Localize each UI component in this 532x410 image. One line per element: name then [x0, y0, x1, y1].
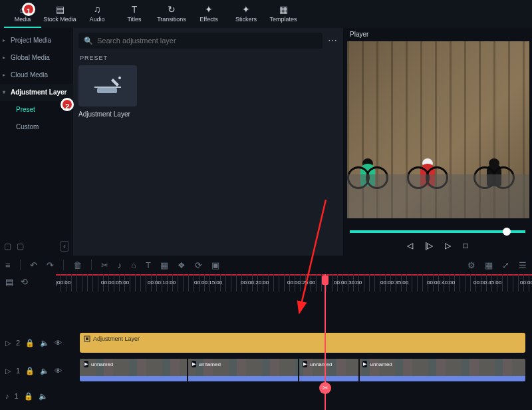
mark-icon[interactable]: ▣ — [211, 260, 219, 270]
svg-rect-4 — [86, 337, 88, 340]
track-lock-icon[interactable]: 🔒 — [25, 339, 35, 347]
clip-label: unnamed — [84, 361, 113, 367]
track-adjustment: ▷ 2 🔒 🔈 👁 Adjustment Layer — [0, 329, 532, 357]
stickers-icon: ✦ — [242, 4, 250, 15]
adjustment-layer-clip[interactable]: Adjustment Layer — [80, 333, 525, 353]
player-stop-icon[interactable]: □ — [463, 241, 467, 250]
top-tab-bar: ⌂ Media ▤ Stock Media ♫ Audio T Titles ↻… — [0, 0, 532, 28]
marker-icon[interactable]: ⌂ — [131, 260, 136, 270]
text-tool-icon[interactable]: T — [146, 260, 151, 270]
player-panel: Player ◁ |▷ ▷ □ — [343, 28, 532, 256]
ruler-label: 00:00:20:00 — [241, 280, 269, 286]
track-lock-icon[interactable]: 🔒 — [25, 367, 35, 375]
track-mute-icon[interactable]: 🔈 — [40, 367, 49, 375]
tab-effects[interactable]: ✦ Effects — [190, 0, 227, 28]
player-prev-icon[interactable]: ◁ — [407, 241, 413, 250]
ruler-label: 00:00:10:00 — [148, 280, 176, 286]
tab-stock-media[interactable]: ▤ Stock Media — [41, 0, 78, 28]
tab-titles[interactable]: T Titles — [116, 0, 153, 28]
templates-icon: ▦ — [279, 4, 288, 15]
track-index: 1 — [16, 367, 20, 375]
clip-label: unnamed — [192, 361, 221, 367]
svg-point-2 — [118, 77, 121, 79]
track-play-icon[interactable]: ▷ — [5, 339, 11, 347]
tab-templates[interactable]: ▦ Templates — [265, 0, 302, 28]
asset-browser: 🔍 ⋯ PRESET Adjustment Layer — [73, 28, 343, 256]
preset-adjustment-layer[interactable]: Adjustment Layer — [78, 65, 137, 118]
track-audio: ♪ 1 🔒 🔈 — [0, 385, 532, 407]
collapse-sidebar-icon[interactable]: ‹ — [60, 241, 69, 252]
track-icon[interactable]: ≡ — [5, 260, 11, 270]
timeline-ruler[interactable]: ▤ ⟲ |00:00 00:00:05:00 00:00:10:00 00:00… — [0, 274, 532, 292]
ruler-label: 00:00:05:00 — [101, 280, 129, 286]
tab-label: Transitions — [157, 16, 186, 23]
browser-more-icon[interactable]: ⋯ — [328, 35, 338, 46]
track-index: 1 — [15, 392, 19, 400]
annotation-badge-2: 2 — [61, 98, 74, 111]
speed-icon[interactable]: ⟳ — [195, 260, 202, 270]
delete-icon[interactable]: 🗑 — [73, 260, 82, 270]
sidebar-item-global-media[interactable]: Global Media — [0, 49, 73, 67]
search-box[interactable]: 🔍 — [78, 33, 323, 49]
ruler-label: 00:00:40:00 — [427, 280, 455, 286]
track-play-icon[interactable]: ▷ — [5, 367, 11, 375]
ruler-label: |00:00 — [56, 280, 70, 286]
track-video: ▷ 1 🔒 🔈 👁 unnamed unnamed unnamed unname… — [0, 357, 532, 385]
tab-stickers[interactable]: ✦ Stickers — [227, 0, 265, 28]
cyclist-black — [487, 158, 501, 186]
sidebar-item-custom[interactable]: Custom — [0, 118, 73, 136]
ruler-label: 00:00:35:00 — [380, 280, 408, 286]
menu-icon[interactable]: ☰ — [519, 260, 527, 270]
fit-icon[interactable]: ⤢ — [502, 260, 509, 270]
stock-media-icon: ▤ — [56, 4, 65, 15]
tab-audio[interactable]: ♫ Audio — [78, 0, 116, 28]
player-step-icon[interactable]: |▷ — [425, 241, 433, 250]
preset-header: PRESET — [80, 55, 336, 61]
player-seek-bar[interactable] — [350, 230, 525, 233]
effects-icon: ✦ — [205, 4, 213, 15]
player-title: Player — [343, 28, 532, 41]
clip-label: unnamed — [362, 361, 392, 367]
crop-icon[interactable]: ▦ — [160, 260, 168, 270]
search-input[interactable] — [97, 37, 317, 45]
settings-icon[interactable]: ⚙ — [467, 260, 475, 270]
timeline-toolbar: ≡ ↶ ↷ 🗑 ✂ ♪ ⌂ T ▦ ❖ ⟳ ▣ ⚙ ▦ ⤢ ☰ — [0, 256, 532, 274]
playhead-cap-icon[interactable] — [322, 276, 329, 285]
track-mute-icon[interactable]: 🔈 — [39, 392, 48, 401]
preset-label: Adjustment Layer — [78, 110, 137, 118]
music-icon[interactable]: ♪ — [118, 260, 122, 270]
search-icon: 🔍 — [84, 37, 93, 45]
grid-icon[interactable]: ▦ — [485, 260, 493, 270]
player-play-icon[interactable]: ▷ — [445, 241, 451, 250]
svg-rect-0 — [97, 88, 117, 93]
undo-icon[interactable]: ↶ — [30, 260, 37, 270]
split-button[interactable]: ✂ — [319, 382, 331, 394]
redo-icon[interactable]: ↷ — [47, 260, 54, 270]
tracks-header-icon[interactable]: ▤ — [5, 277, 13, 287]
tab-label: Media — [15, 16, 31, 23]
cut-icon[interactable]: ✂ — [101, 260, 108, 270]
tab-label: Templates — [269, 16, 297, 23]
sidebar-item-adjustment-layer[interactable]: Adjustment Layer — [0, 84, 73, 101]
new-folder-icon[interactable]: ▢ — [4, 242, 11, 251]
adjust-icon[interactable]: ❖ — [178, 260, 186, 270]
track-audio-icon[interactable]: ♪ — [5, 392, 9, 400]
timeline[interactable]: ▤ ⟲ |00:00 00:00:05:00 00:00:10:00 00:00… — [0, 274, 532, 410]
clip-label: unnamed — [303, 361, 332, 367]
folder-icon[interactable]: ▢ — [17, 242, 24, 251]
track-index: 2 — [16, 339, 20, 347]
video-clip[interactable]: unnamed unnamed unnamed unnamed — [80, 359, 525, 381]
tab-media[interactable]: ⌂ Media — [4, 0, 41, 28]
ruler-label: 00:00:30:00 — [334, 280, 362, 286]
track-lock-icon[interactable]: 🔒 — [24, 392, 33, 401]
link-icon[interactable]: ⟲ — [21, 277, 28, 287]
sidebar-item-cloud-media[interactable]: Cloud Media — [0, 67, 73, 84]
ruler-label: 00:00:25:00 — [287, 280, 315, 286]
tab-transitions[interactable]: ↻ Transitions — [153, 0, 190, 28]
preset-thumb-icon — [78, 65, 137, 106]
player-viewport[interactable] — [347, 41, 529, 218]
track-mute-icon[interactable]: 🔈 — [40, 339, 49, 347]
ruler-label: 00:00:45:00 — [473, 280, 501, 286]
playhead[interactable]: ✂ — [325, 274, 326, 410]
sidebar-item-project-media[interactable]: Project Media — [0, 32, 73, 49]
